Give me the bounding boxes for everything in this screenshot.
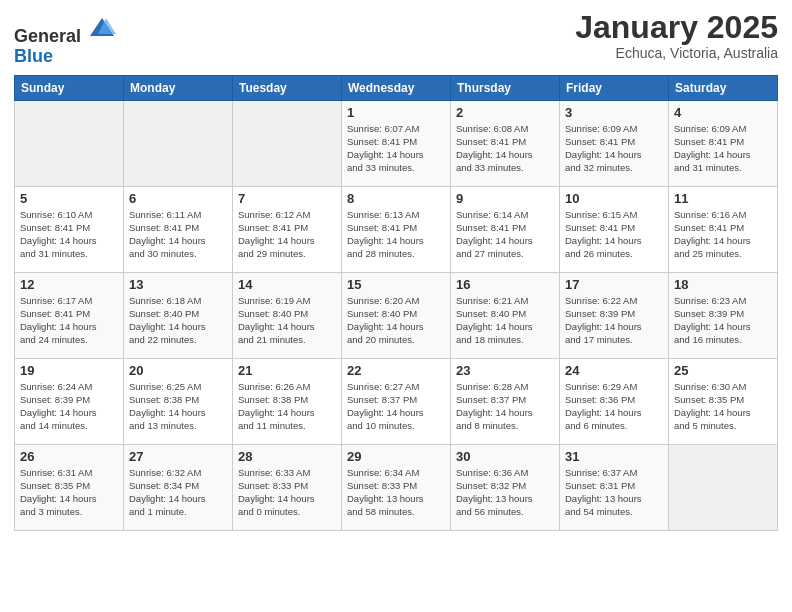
day-number: 30	[456, 449, 554, 464]
day-number: 9	[456, 191, 554, 206]
day-info: Sunrise: 6:25 AM Sunset: 8:38 PM Dayligh…	[129, 380, 227, 433]
day-info: Sunrise: 6:19 AM Sunset: 8:40 PM Dayligh…	[238, 294, 336, 347]
week-row-4: 19Sunrise: 6:24 AM Sunset: 8:39 PM Dayli…	[15, 358, 778, 444]
logo-blue-text: Blue	[14, 46, 53, 66]
day-number: 24	[565, 363, 663, 378]
day-info: Sunrise: 6:13 AM Sunset: 8:41 PM Dayligh…	[347, 208, 445, 261]
calendar-cell: 3Sunrise: 6:09 AM Sunset: 8:41 PM Daylig…	[560, 100, 669, 186]
day-number: 22	[347, 363, 445, 378]
logo: General Blue	[14, 14, 116, 67]
calendar-cell: 5Sunrise: 6:10 AM Sunset: 8:41 PM Daylig…	[15, 186, 124, 272]
weekday-header-friday: Friday	[560, 75, 669, 100]
calendar-cell: 9Sunrise: 6:14 AM Sunset: 8:41 PM Daylig…	[451, 186, 560, 272]
calendar-cell: 2Sunrise: 6:08 AM Sunset: 8:41 PM Daylig…	[451, 100, 560, 186]
day-number: 15	[347, 277, 445, 292]
calendar-cell: 4Sunrise: 6:09 AM Sunset: 8:41 PM Daylig…	[669, 100, 778, 186]
calendar-cell: 21Sunrise: 6:26 AM Sunset: 8:38 PM Dayli…	[233, 358, 342, 444]
day-number: 1	[347, 105, 445, 120]
calendar-cell: 15Sunrise: 6:20 AM Sunset: 8:40 PM Dayli…	[342, 272, 451, 358]
day-number: 3	[565, 105, 663, 120]
calendar-cell	[233, 100, 342, 186]
day-number: 31	[565, 449, 663, 464]
day-info: Sunrise: 6:17 AM Sunset: 8:41 PM Dayligh…	[20, 294, 118, 347]
week-row-2: 5Sunrise: 6:10 AM Sunset: 8:41 PM Daylig…	[15, 186, 778, 272]
calendar-cell: 25Sunrise: 6:30 AM Sunset: 8:35 PM Dayli…	[669, 358, 778, 444]
day-number: 12	[20, 277, 118, 292]
day-number: 20	[129, 363, 227, 378]
calendar-cell: 26Sunrise: 6:31 AM Sunset: 8:35 PM Dayli…	[15, 444, 124, 530]
day-info: Sunrise: 6:37 AM Sunset: 8:31 PM Dayligh…	[565, 466, 663, 519]
calendar-cell: 19Sunrise: 6:24 AM Sunset: 8:39 PM Dayli…	[15, 358, 124, 444]
day-info: Sunrise: 6:34 AM Sunset: 8:33 PM Dayligh…	[347, 466, 445, 519]
calendar-cell: 31Sunrise: 6:37 AM Sunset: 8:31 PM Dayli…	[560, 444, 669, 530]
title-section: January 2025 Echuca, Victoria, Australia	[575, 10, 778, 61]
calendar-cell: 16Sunrise: 6:21 AM Sunset: 8:40 PM Dayli…	[451, 272, 560, 358]
day-info: Sunrise: 6:08 AM Sunset: 8:41 PM Dayligh…	[456, 122, 554, 175]
subtitle: Echuca, Victoria, Australia	[575, 45, 778, 61]
week-row-3: 12Sunrise: 6:17 AM Sunset: 8:41 PM Dayli…	[15, 272, 778, 358]
day-info: Sunrise: 6:21 AM Sunset: 8:40 PM Dayligh…	[456, 294, 554, 347]
day-info: Sunrise: 6:09 AM Sunset: 8:41 PM Dayligh…	[674, 122, 772, 175]
day-info: Sunrise: 6:23 AM Sunset: 8:39 PM Dayligh…	[674, 294, 772, 347]
day-number: 16	[456, 277, 554, 292]
calendar-cell: 7Sunrise: 6:12 AM Sunset: 8:41 PM Daylig…	[233, 186, 342, 272]
day-info: Sunrise: 6:12 AM Sunset: 8:41 PM Dayligh…	[238, 208, 336, 261]
day-number: 25	[674, 363, 772, 378]
day-info: Sunrise: 6:14 AM Sunset: 8:41 PM Dayligh…	[456, 208, 554, 261]
day-number: 18	[674, 277, 772, 292]
day-number: 27	[129, 449, 227, 464]
day-number: 28	[238, 449, 336, 464]
weekday-header-row: SundayMondayTuesdayWednesdayThursdayFrid…	[15, 75, 778, 100]
day-info: Sunrise: 6:09 AM Sunset: 8:41 PM Dayligh…	[565, 122, 663, 175]
day-info: Sunrise: 6:27 AM Sunset: 8:37 PM Dayligh…	[347, 380, 445, 433]
day-info: Sunrise: 6:28 AM Sunset: 8:37 PM Dayligh…	[456, 380, 554, 433]
calendar-cell	[124, 100, 233, 186]
day-number: 7	[238, 191, 336, 206]
day-number: 5	[20, 191, 118, 206]
logo-general-text: General	[14, 26, 81, 46]
calendar-cell: 30Sunrise: 6:36 AM Sunset: 8:32 PM Dayli…	[451, 444, 560, 530]
calendar-cell: 28Sunrise: 6:33 AM Sunset: 8:33 PM Dayli…	[233, 444, 342, 530]
calendar-cell: 14Sunrise: 6:19 AM Sunset: 8:40 PM Dayli…	[233, 272, 342, 358]
day-info: Sunrise: 6:16 AM Sunset: 8:41 PM Dayligh…	[674, 208, 772, 261]
calendar-cell: 6Sunrise: 6:11 AM Sunset: 8:41 PM Daylig…	[124, 186, 233, 272]
day-info: Sunrise: 6:22 AM Sunset: 8:39 PM Dayligh…	[565, 294, 663, 347]
day-number: 2	[456, 105, 554, 120]
calendar-cell	[669, 444, 778, 530]
calendar-cell: 24Sunrise: 6:29 AM Sunset: 8:36 PM Dayli…	[560, 358, 669, 444]
week-row-5: 26Sunrise: 6:31 AM Sunset: 8:35 PM Dayli…	[15, 444, 778, 530]
day-number: 26	[20, 449, 118, 464]
calendar-cell: 17Sunrise: 6:22 AM Sunset: 8:39 PM Dayli…	[560, 272, 669, 358]
day-number: 4	[674, 105, 772, 120]
day-number: 23	[456, 363, 554, 378]
day-number: 19	[20, 363, 118, 378]
day-info: Sunrise: 6:07 AM Sunset: 8:41 PM Dayligh…	[347, 122, 445, 175]
calendar-cell: 11Sunrise: 6:16 AM Sunset: 8:41 PM Dayli…	[669, 186, 778, 272]
day-number: 14	[238, 277, 336, 292]
day-info: Sunrise: 6:18 AM Sunset: 8:40 PM Dayligh…	[129, 294, 227, 347]
weekday-header-monday: Monday	[124, 75, 233, 100]
weekday-header-wednesday: Wednesday	[342, 75, 451, 100]
calendar-cell: 27Sunrise: 6:32 AM Sunset: 8:34 PM Dayli…	[124, 444, 233, 530]
calendar-cell: 20Sunrise: 6:25 AM Sunset: 8:38 PM Dayli…	[124, 358, 233, 444]
weekday-header-tuesday: Tuesday	[233, 75, 342, 100]
day-info: Sunrise: 6:20 AM Sunset: 8:40 PM Dayligh…	[347, 294, 445, 347]
day-info: Sunrise: 6:30 AM Sunset: 8:35 PM Dayligh…	[674, 380, 772, 433]
week-row-1: 1Sunrise: 6:07 AM Sunset: 8:41 PM Daylig…	[15, 100, 778, 186]
day-info: Sunrise: 6:15 AM Sunset: 8:41 PM Dayligh…	[565, 208, 663, 261]
weekday-header-sunday: Sunday	[15, 75, 124, 100]
day-number: 17	[565, 277, 663, 292]
day-info: Sunrise: 6:36 AM Sunset: 8:32 PM Dayligh…	[456, 466, 554, 519]
calendar-cell: 1Sunrise: 6:07 AM Sunset: 8:41 PM Daylig…	[342, 100, 451, 186]
calendar-cell: 8Sunrise: 6:13 AM Sunset: 8:41 PM Daylig…	[342, 186, 451, 272]
calendar-cell: 29Sunrise: 6:34 AM Sunset: 8:33 PM Dayli…	[342, 444, 451, 530]
calendar-cell: 18Sunrise: 6:23 AM Sunset: 8:39 PM Dayli…	[669, 272, 778, 358]
calendar: SundayMondayTuesdayWednesdayThursdayFrid…	[14, 75, 778, 531]
day-info: Sunrise: 6:11 AM Sunset: 8:41 PM Dayligh…	[129, 208, 227, 261]
day-number: 21	[238, 363, 336, 378]
day-info: Sunrise: 6:26 AM Sunset: 8:38 PM Dayligh…	[238, 380, 336, 433]
day-info: Sunrise: 6:32 AM Sunset: 8:34 PM Dayligh…	[129, 466, 227, 519]
calendar-cell: 10Sunrise: 6:15 AM Sunset: 8:41 PM Dayli…	[560, 186, 669, 272]
month-title: January 2025	[575, 10, 778, 45]
day-number: 8	[347, 191, 445, 206]
